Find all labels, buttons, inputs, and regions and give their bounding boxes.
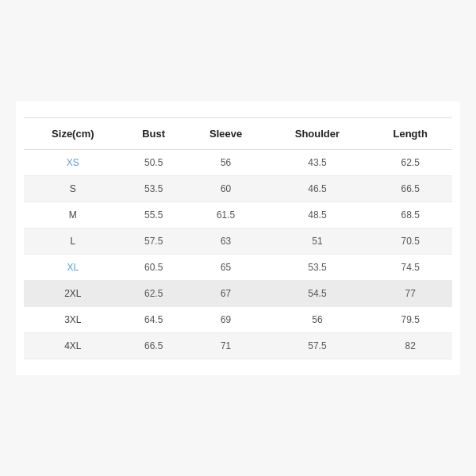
cell-shoulder: 56 bbox=[267, 306, 369, 332]
cell-bust: 62.5 bbox=[122, 280, 186, 306]
cell-sleeve: 65 bbox=[186, 254, 267, 280]
cell-bust: 57.5 bbox=[122, 228, 186, 254]
column-header-bust: Bust bbox=[122, 117, 186, 149]
table-row: 3XL64.5695679.5 bbox=[24, 306, 452, 332]
cell-sleeve: 71 bbox=[186, 332, 267, 359]
cell-size: 4XL bbox=[24, 332, 122, 359]
cell-size: 3XL bbox=[24, 306, 122, 332]
cell-shoulder: 57.5 bbox=[267, 332, 369, 359]
table-row: 2XL62.56754.577 bbox=[24, 280, 452, 306]
cell-length: 66.5 bbox=[368, 175, 452, 202]
cell-length: 68.5 bbox=[368, 202, 452, 228]
cell-size: XS bbox=[24, 149, 122, 175]
cell-size: XL bbox=[24, 254, 122, 280]
table-row: L57.5635170.5 bbox=[24, 228, 452, 254]
column-header-size-cm-: Size(cm) bbox=[24, 117, 122, 149]
cell-shoulder: 54.5 bbox=[267, 280, 369, 306]
cell-shoulder: 43.5 bbox=[267, 149, 369, 175]
cell-length: 70.5 bbox=[368, 228, 452, 254]
table-row: M55.561.548.568.5 bbox=[24, 202, 452, 228]
size-chart-container: Size(cm)BustSleeveShoulderLength XS50.55… bbox=[16, 102, 460, 375]
cell-shoulder: 53.5 bbox=[267, 254, 369, 280]
cell-bust: 55.5 bbox=[122, 202, 186, 228]
cell-sleeve: 67 bbox=[186, 280, 267, 306]
cell-sleeve: 63 bbox=[186, 228, 267, 254]
cell-length: 77 bbox=[368, 280, 452, 306]
cell-shoulder: 46.5 bbox=[267, 175, 369, 202]
cell-sleeve: 69 bbox=[186, 306, 267, 332]
cell-bust: 50.5 bbox=[122, 149, 186, 175]
cell-sleeve: 61.5 bbox=[186, 202, 267, 228]
column-header-length: Length bbox=[368, 117, 452, 149]
table-row: XL60.56553.574.5 bbox=[24, 254, 452, 280]
cell-size: 2XL bbox=[24, 280, 122, 306]
table-header-row: Size(cm)BustSleeveShoulderLength bbox=[24, 117, 452, 149]
column-header-shoulder: Shoulder bbox=[267, 117, 369, 149]
cell-size: L bbox=[24, 228, 122, 254]
cell-sleeve: 60 bbox=[186, 175, 267, 202]
cell-size: S bbox=[24, 175, 122, 202]
cell-bust: 53.5 bbox=[122, 175, 186, 202]
cell-bust: 60.5 bbox=[122, 254, 186, 280]
cell-length: 62.5 bbox=[368, 149, 452, 175]
column-header-sleeve: Sleeve bbox=[186, 117, 267, 149]
cell-length: 82 bbox=[368, 332, 452, 359]
cell-bust: 64.5 bbox=[122, 306, 186, 332]
cell-bust: 66.5 bbox=[122, 332, 186, 359]
cell-shoulder: 51 bbox=[267, 228, 369, 254]
size-chart-table: Size(cm)BustSleeveShoulderLength XS50.55… bbox=[24, 117, 452, 359]
cell-length: 74.5 bbox=[368, 254, 452, 280]
cell-sleeve: 56 bbox=[186, 149, 267, 175]
table-row: 4XL66.57157.582 bbox=[24, 332, 452, 359]
table-row: XS50.55643.562.5 bbox=[24, 149, 452, 175]
cell-length: 79.5 bbox=[368, 306, 452, 332]
cell-size: M bbox=[24, 202, 122, 228]
table-row: S53.56046.566.5 bbox=[24, 175, 452, 202]
cell-shoulder: 48.5 bbox=[267, 202, 369, 228]
